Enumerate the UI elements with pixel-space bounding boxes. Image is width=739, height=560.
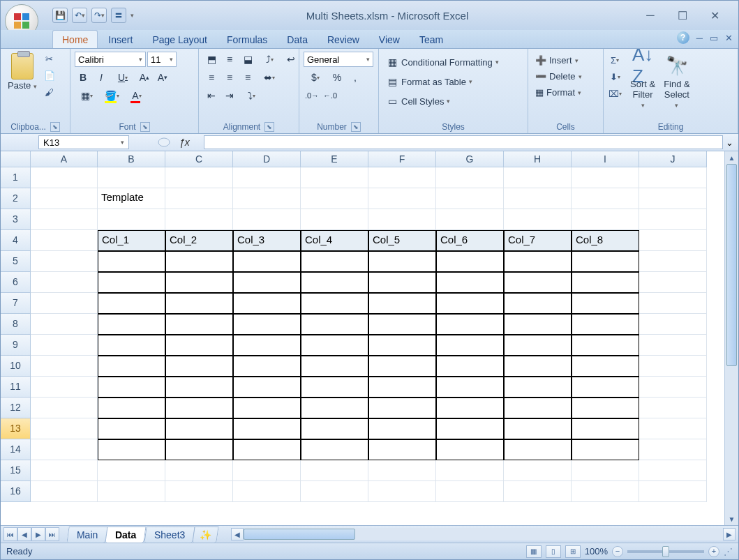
formula-bar[interactable] [204,135,723,149]
cell-H2[interactable] [504,188,572,209]
cell-G15[interactable] [436,460,504,481]
format-as-table-button[interactable]: ▤Format as Table ▾ [383,74,502,89]
cell-D1[interactable] [233,167,301,188]
prev-sheet-button[interactable]: ◀ [17,527,31,541]
grow-font-button[interactable]: A▴ [136,70,153,85]
cell-E1[interactable] [301,167,368,188]
scroll-right-button[interactable]: ▶ [723,528,736,540]
fill-button[interactable]: ⬇▾ [608,70,622,84]
zoom-slider[interactable] [627,550,704,553]
cell-B16[interactable] [98,481,165,502]
cell-B10[interactable] [98,356,165,377]
cell-A12[interactable] [31,398,98,418]
cell-styles-button[interactable]: ▭Cell Styles ▾ [383,93,502,109]
cell-A6[interactable] [31,272,98,293]
cell-D9[interactable] [233,335,301,356]
wrap-text-button[interactable]: ↩ [283,52,299,67]
cell-I12[interactable] [572,398,639,418]
cell-C6[interactable] [165,272,233,293]
cell-C12[interactable] [165,398,233,418]
cell-G2[interactable] [436,188,504,209]
cell-H8[interactable] [504,314,572,335]
cell-J13[interactable] [639,418,707,439]
cell-E3[interactable] [301,209,368,230]
cell-A3[interactable] [31,209,98,230]
cell-B7[interactable] [98,293,165,314]
cell-E8[interactable] [301,314,368,335]
cell-G12[interactable] [436,398,504,418]
cell-A8[interactable] [31,314,98,335]
mdi-minimize[interactable]: ─ [696,33,703,43]
cell-A14[interactable] [31,439,98,460]
cell-D6[interactable] [233,272,301,293]
cell-E4[interactable]: Col_4 [301,230,368,251]
row-header-10[interactable]: 10 [1,356,31,377]
cell-J3[interactable] [639,209,707,230]
cell-G6[interactable] [436,272,504,293]
scroll-left-button[interactable]: ◀ [231,528,244,540]
cell-I10[interactable] [572,356,639,377]
align-left-button[interactable]: ≡ [203,70,220,85]
cell-A13[interactable] [31,418,98,439]
qat-more[interactable]: 〓 [111,8,126,23]
cell-D15[interactable] [233,460,301,481]
autosum-button[interactable]: Σ▾ [608,53,622,67]
cell-G16[interactable] [436,481,504,502]
last-sheet-button[interactable]: ⏭ [45,527,59,541]
row-header-7[interactable]: 7 [1,293,31,314]
cell-D8[interactable] [233,314,301,335]
align-top-button[interactable]: ⬒ [203,52,220,67]
vertical-scrollbar[interactable]: ▲ ▼ [724,151,738,525]
cell-C16[interactable] [165,481,233,502]
cell-H4[interactable]: Col_7 [504,230,572,251]
cell-J8[interactable] [639,314,707,335]
row-header-2[interactable]: 2 [1,188,31,209]
cell-C3[interactable] [165,209,233,230]
cell-B9[interactable] [98,335,165,356]
cell-F16[interactable] [368,481,436,502]
cell-H14[interactable] [504,439,572,460]
cell-B4[interactable]: Col_1 [98,230,165,251]
cell-F11[interactable] [368,377,436,398]
borders-button[interactable]: ▦▾ [75,88,98,103]
cell-I1[interactable] [572,167,639,188]
cell-C15[interactable] [165,460,233,481]
clipboard-dialog-launcher[interactable]: ⬊ [50,122,60,132]
undo-button[interactable]: ↶▾ [72,8,87,23]
cell-D2[interactable] [233,188,301,209]
format-painter-button[interactable]: 🖌 [43,85,57,99]
cell-H16[interactable] [504,481,572,502]
save-button[interactable]: 💾 [52,8,68,23]
cell-F3[interactable] [368,209,436,230]
cell-B14[interactable] [98,439,165,460]
alignment-dialog-launcher[interactable]: ⬊ [264,122,274,132]
cell-G7[interactable] [436,293,504,314]
cell-E7[interactable] [301,293,368,314]
cell-J15[interactable] [639,460,707,481]
minimize-button[interactable]: ─ [641,9,660,22]
column-header-C[interactable]: C [165,151,233,167]
cell-C10[interactable] [165,356,233,377]
delete-cells-button[interactable]: ➖Delete ▾ [532,70,585,82]
cell-D12[interactable] [233,398,301,418]
cell-G3[interactable] [436,209,504,230]
tab-formulas[interactable]: Formulas [218,31,276,48]
copy-button[interactable]: 📄 [43,68,57,82]
expand-formula-bar[interactable]: ⌄ [723,137,736,148]
cell-B6[interactable] [98,272,165,293]
cell-E15[interactable] [301,460,368,481]
column-header-H[interactable]: H [504,151,572,167]
zoom-in-button[interactable]: + [708,546,719,557]
name-box[interactable]: K13▾ [38,135,129,149]
mdi-close[interactable]: ✕ [725,33,733,43]
currency-button[interactable]: $▾ [304,70,327,85]
column-header-B[interactable]: B [98,151,165,167]
cell-I9[interactable] [572,335,639,356]
cell-E13[interactable] [301,418,368,439]
cell-D3[interactable] [233,209,301,230]
insert-cells-button[interactable]: ➕Insert ▾ [532,54,585,66]
redo-button[interactable]: ↷▾ [91,8,107,23]
cell-E12[interactable] [301,398,368,418]
column-header-D[interactable]: D [233,151,301,167]
cell-I4[interactable]: Col_8 [572,230,639,251]
